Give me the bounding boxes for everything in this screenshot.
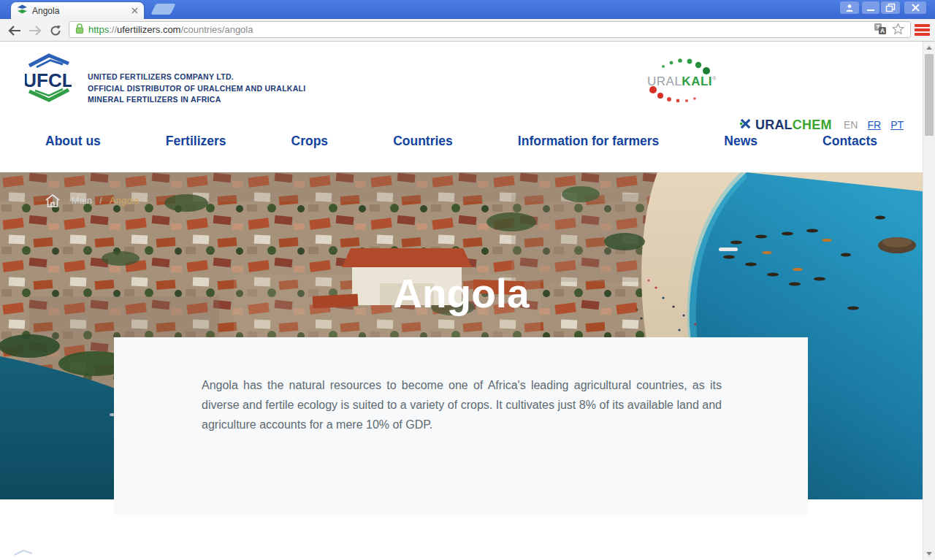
logo-acronym: UFCL — [25, 69, 72, 91]
url-separator: :// — [109, 24, 117, 35]
breadcrumb: Main / Angola — [44, 193, 140, 209]
company-tagline: UNITED FERTILIZERS COMPANY LTD. OFFICIAL… — [88, 72, 306, 106]
country-intro-paragraph: Angola has the natural resources to beco… — [202, 375, 722, 434]
uralkali-reg-mark: ® — [712, 75, 717, 82]
tab-favicon — [17, 4, 28, 18]
url-text: https://ufertilizers.com/countries/angol… — [88, 24, 253, 35]
uralchem-wordmark: URALCHEM — [755, 118, 832, 133]
address-bar[interactable]: https://ufertilizers.com/countries/angol… — [69, 21, 911, 38]
forward-icon[interactable] — [26, 22, 44, 39]
restore-window-icon[interactable] — [881, 1, 900, 14]
uralkali-kali: KALI — [682, 74, 712, 88]
nav-news[interactable]: News — [724, 134, 757, 149]
uralchem-chem: CHEM — [793, 118, 832, 132]
ufcl-logo[interactable]: UFCL — [25, 53, 72, 106]
page-title: Angola — [0, 270, 923, 317]
country-intro-card: Angola has the natural resources to beco… — [114, 337, 808, 515]
minimize-icon[interactable] — [862, 1, 879, 14]
back-icon[interactable] — [6, 22, 23, 39]
uralchem-logo: URALCHEM — [739, 118, 832, 133]
scrollbar[interactable] — [923, 42, 935, 560]
nav-contacts[interactable]: Contacts — [823, 134, 877, 149]
translate-letter: A — [880, 27, 885, 34]
nav-fertilizers[interactable]: Fertilizers — [166, 134, 226, 149]
tagline-line-3: MINERAL FERTILIZERS IN AFRICA — [88, 94, 306, 106]
scrollbar-down-icon[interactable] — [926, 552, 932, 556]
nav-countries[interactable]: Countries — [393, 134, 453, 149]
breadcrumb-current: Angola — [110, 196, 140, 206]
uralchem-ural: URAL — [755, 118, 793, 132]
nav-about-us[interactable]: About us — [45, 134, 101, 149]
padlock-icon[interactable] — [75, 23, 84, 37]
breadcrumb-separator: / — [99, 196, 102, 206]
nav-crops[interactable]: Crops — [291, 134, 329, 149]
lang-en[interactable]: EN — [844, 119, 858, 131]
browser-tab[interactable]: Angola — [11, 2, 144, 19]
tab-title: Angola — [32, 6, 127, 16]
url-scheme: https — [88, 24, 109, 35]
browser-viewport: UFCL UNITED FERTILIZERS COMPANY LTD. OFF… — [0, 42, 935, 560]
home-icon[interactable] — [44, 193, 61, 209]
breadcrumb-main[interactable]: Main — [72, 196, 92, 206]
tagline-line-2: OFFICIAL DISTRIBUTOR OF URALCHEM AND URA… — [88, 83, 306, 95]
tab-close-icon[interactable] — [131, 7, 138, 14]
reload-icon[interactable] — [47, 22, 64, 39]
browser-menu-icon[interactable] — [914, 23, 931, 37]
uralkali-ural: URAL — [647, 74, 682, 88]
url-host: ufertilizers.com — [117, 24, 180, 35]
nav-information-for-farmers[interactable]: Information for farmers — [518, 134, 660, 149]
main-nav: About us Fertilizers Crops Countries Inf… — [0, 134, 923, 149]
scrollbar-thumb[interactable] — [925, 54, 934, 136]
lang-fr[interactable]: FR — [867, 119, 881, 131]
uralkali-logo: URALKALI® — [646, 56, 717, 106]
translate-icon[interactable]: A — [874, 23, 887, 37]
profile-icon[interactable] — [840, 1, 859, 14]
lang-pt[interactable]: PT — [890, 119, 904, 131]
webpage: UFCL UNITED FERTILIZERS COMPANY LTD. OFF… — [0, 42, 923, 560]
tagline-line-1: UNITED FERTILIZERS COMPANY LTD. — [88, 72, 306, 83]
site-header: UFCL UNITED FERTILIZERS COMPANY LTD. OFF… — [0, 42, 923, 172]
new-tab-button[interactable] — [150, 4, 175, 15]
footer-logo-peek — [13, 545, 34, 559]
uralchem-icon — [739, 118, 752, 133]
uralkali-wordmark: URALKALI® — [647, 74, 717, 89]
browser-titlebar: Angola — [0, 0, 935, 19]
close-window-icon[interactable] — [904, 1, 926, 14]
scrollbar-up-icon[interactable] — [926, 46, 932, 50]
browser-toolbar: https://ufertilizers.com/countries/angol… — [0, 19, 935, 42]
language-switcher: EN FR PT — [844, 119, 904, 131]
bookmark-star-icon[interactable] — [892, 23, 904, 37]
url-path: /countries/angola — [180, 24, 253, 35]
